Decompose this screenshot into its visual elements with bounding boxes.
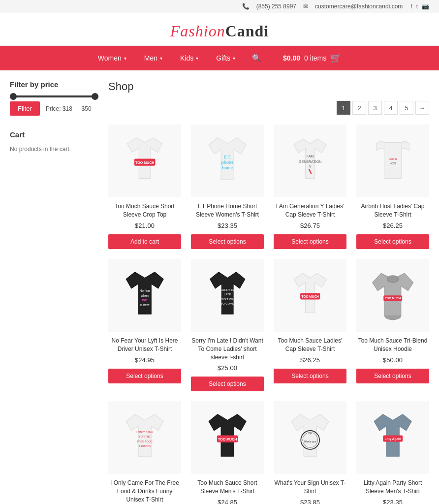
cart-section: Cart No products in the cart. [10, 130, 98, 153]
price-range-label: Price: $18 — $50 [46, 105, 92, 112]
svg-point-29 [387, 276, 399, 283]
svg-text:Sign: Sign [308, 432, 313, 435]
site-logo[interactable]: FashionCandi [10, 22, 429, 40]
page-4-button[interactable]: 4 [384, 101, 398, 115]
nav-men[interactable]: Men ▾ [135, 47, 171, 69]
product-price: $24.95 [108, 356, 181, 364]
svg-text:I AM: I AM [307, 155, 314, 158]
product-name: I Am Generation Y Ladies' Cap Sleeve T-S… [274, 202, 346, 219]
page-3-button[interactable]: 3 [368, 101, 382, 115]
select-options-button[interactable]: Select options [191, 234, 264, 249]
product-image: TOO MUCH [191, 401, 264, 474]
svg-text:SORRY I'M: SORRY I'M [220, 288, 235, 291]
phone-number: (855) 255 8997 [256, 3, 296, 10]
chevron-down-icon: ▾ [160, 56, 162, 61]
page-5-button[interactable]: 5 [400, 101, 413, 115]
product-name: Too Much Sauce Tri-Blend Unisex Hoodie [356, 337, 429, 353]
product-image: airbnb HOST [356, 125, 429, 197]
product-name: ET Phone Home Short Sleeve Women's T-Shi… [191, 202, 264, 219]
product-card: Litty Again Litty Again Party Short Slee… [356, 401, 429, 504]
svg-text:phone: phone [221, 160, 234, 165]
product-price: $23.85 [274, 499, 346, 504]
page-1-button[interactable]: 1 [337, 101, 350, 115]
price-slider-track [10, 95, 98, 97]
instagram-icon[interactable]: 📷 [422, 3, 429, 10]
svg-text:Y: Y [309, 165, 312, 169]
select-options-button[interactable]: Select options [356, 234, 429, 249]
main-container: Filter by price Filter Price: $18 — $50 … [0, 70, 439, 504]
nav-kids[interactable]: Kids ▾ [171, 47, 207, 69]
product-card: airbnb HOST Airbnb Host Ladies' Cap Slee… [356, 125, 429, 249]
cart-empty-message: No products in the cart. [10, 146, 98, 153]
product-image: Litty Again [356, 401, 429, 474]
page-next-button[interactable]: → [415, 101, 429, 115]
search-button[interactable]: 🔍 [244, 47, 269, 69]
product-card: E.T. phone home ET Phone Home Short Slee… [191, 125, 264, 249]
svg-text:TOO MUCH: TOO MUCH [301, 295, 319, 298]
svg-text:TOO MUCH: TOO MUCH [385, 297, 401, 300]
product-image: No fear when lyft is here [108, 259, 181, 332]
product-price: $23.35 [356, 499, 429, 504]
svg-text:TOO MUCH: TOO MUCH [218, 438, 237, 441]
twitter-icon[interactable]: t [416, 3, 418, 10]
product-name: Litty Again Party Short Sleeve Men's T-S… [356, 479, 429, 496]
chevron-down-icon: ▾ [196, 56, 198, 61]
svg-text:FREE FOOD: FREE FOOD [137, 440, 152, 443]
select-options-button[interactable]: Select options [108, 369, 181, 383]
product-image: SORRY I'M LATE I DIDN'T WANT TO COME [191, 259, 264, 332]
svg-text:I DIDN'T WANT: I DIDN'T WANT [217, 297, 238, 300]
cart-items-count: 0 items [304, 54, 326, 62]
svg-marker-15 [126, 272, 163, 314]
select-options-button[interactable]: Select options [191, 377, 264, 391]
shop-area: Shop 1 2 3 4 5 → TOO MUCH Too [108, 80, 429, 504]
product-card: TOO MUCH Too Much Sauce Short Sleeve Men… [191, 401, 264, 504]
filter-section: Filter by price Filter Price: $18 — $50 [10, 80, 98, 116]
select-options-button[interactable]: Select options [274, 369, 346, 383]
svg-text:is here: is here [140, 303, 150, 306]
page-2-button[interactable]: 2 [352, 101, 366, 115]
cart-icon[interactable]: 🛒 [330, 53, 341, 63]
main-nav: Women ▾ Men ▾ Kids ▾ Gifts ▾ 🔍 $0.00 0 i… [0, 46, 439, 70]
svg-text:E.T.: E.T. [224, 155, 231, 159]
product-image: TOO MUCH [108, 125, 181, 197]
facebook-icon[interactable]: f [410, 3, 412, 10]
product-image: What's your Sign [274, 401, 346, 474]
product-card: I AM GENERATION Y I Am Generation Y Ladi… [274, 125, 346, 249]
svg-text:lyft: lyft [142, 298, 148, 302]
filter-button[interactable]: Filter [10, 101, 40, 116]
svg-text:home: home [222, 166, 233, 170]
shop-title: Shop [108, 80, 429, 93]
nav-women[interactable]: Women ▾ [89, 47, 135, 69]
select-options-button[interactable]: Select options [356, 369, 429, 383]
nav-gifts[interactable]: Gifts ▾ [207, 47, 244, 69]
site-header: FashionCandi [0, 13, 439, 46]
sidebar: Filter by price Filter Price: $18 — $50 … [10, 80, 98, 504]
select-options-button[interactable]: Select options [274, 234, 346, 249]
contact-info: 📞 (855) 255 8997 ✉ customercare@fashionc… [242, 3, 403, 10]
product-price: $50.00 [356, 356, 429, 364]
svg-text:No fear: No fear [139, 289, 150, 292]
price-slider-thumb-left[interactable] [10, 93, 17, 100]
svg-marker-0 [127, 138, 162, 179]
pagination: 1 2 3 4 5 → [108, 101, 429, 115]
add-to-cart-button[interactable]: Add to cart [108, 234, 181, 249]
svg-text:TO COME: TO COME [220, 302, 234, 305]
price-slider-thumb-right[interactable] [92, 93, 98, 100]
logo-candi: Candi [225, 22, 269, 40]
svg-text:HOST: HOST [389, 162, 396, 165]
filter-row: Filter Price: $18 — $50 [10, 101, 98, 116]
product-image: E.T. phone home [191, 125, 264, 197]
svg-marker-40 [291, 414, 329, 456]
product-name: I Only Came For The Free Food & Drinks F… [108, 479, 181, 504]
product-card: No fear when lyft is here No Fear Your L… [108, 259, 181, 391]
product-image: TOO MUCH [356, 259, 429, 332]
product-price: $26.25 [356, 222, 429, 229]
chevron-down-icon: ▾ [124, 56, 126, 61]
product-name: Too Much Sauce Short Sleeve Men's T-Shir… [191, 479, 264, 496]
svg-text:Litty Again: Litty Again [384, 437, 401, 441]
svg-text:FOR THE: FOR THE [139, 435, 151, 438]
product-image: I ONLY CAME FOR THE FREE FOOD & DRINKS [108, 401, 181, 474]
product-price: $21.00 [108, 222, 181, 229]
svg-text:when: when [140, 293, 149, 297]
svg-rect-12 [384, 142, 402, 178]
